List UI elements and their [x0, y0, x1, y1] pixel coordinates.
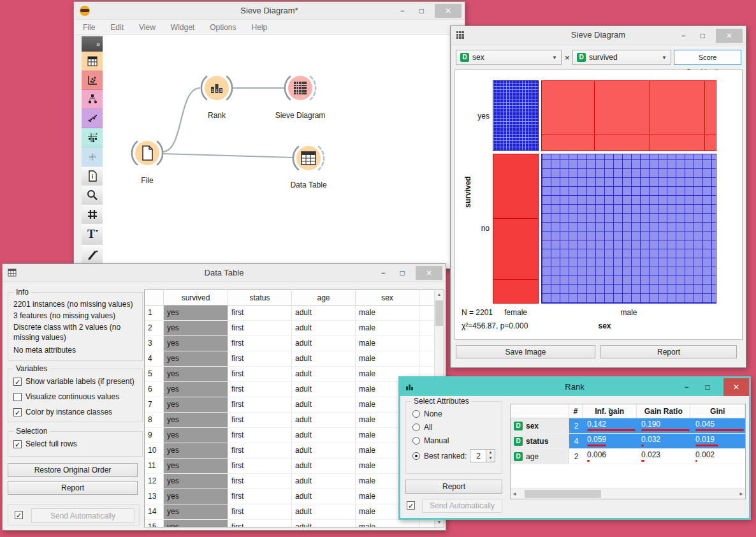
- cell-gini[interactable]: 0.019: [692, 434, 746, 448]
- cell-status[interactable]: first: [228, 489, 292, 504]
- cell-gini[interactable]: 0.045: [692, 418, 746, 433]
- checkbox-icon[interactable]: [13, 393, 22, 401]
- cell-age[interactable]: adult: [292, 443, 356, 458]
- menu-view[interactable]: View: [139, 23, 156, 32]
- radio-icon[interactable]: [412, 423, 420, 431]
- horizontal-scrollbar[interactable]: ◄ ►: [511, 489, 745, 499]
- node-data-table[interactable]: [296, 146, 321, 170]
- col-header-status[interactable]: status: [228, 290, 292, 305]
- maximize-icon[interactable]: □: [394, 267, 411, 279]
- cell-sex[interactable]: male: [356, 520, 419, 527]
- cell-survived[interactable]: yes: [164, 504, 228, 519]
- cell-status[interactable]: first: [228, 351, 292, 366]
- table-row[interactable]: 3 yes first adult male: [145, 336, 444, 351]
- cell-status[interactable]: first: [228, 336, 292, 351]
- table-row[interactable]: 4 yes first adult male: [145, 351, 444, 367]
- cell-survived[interactable]: yes: [164, 397, 228, 412]
- sieve-cell-male-yes[interactable]: [541, 80, 716, 151]
- cell-sex[interactable]: male: [356, 321, 419, 335]
- col-header-count[interactable]: #: [569, 404, 583, 418]
- cell-inf-gain[interactable]: 0.142: [583, 418, 637, 433]
- cell-gain-ratio[interactable]: 0.190: [637, 418, 692, 433]
- cell-survived[interactable]: yes: [164, 413, 228, 427]
- category-data-icon[interactable]: [82, 52, 103, 71]
- col-header-inf-gain[interactable]: ▼ Inf. gain: [583, 404, 637, 418]
- col-header-gini[interactable]: Gini: [690, 404, 745, 418]
- cell-survived[interactable]: yes: [164, 520, 228, 527]
- cell-status[interactable]: first: [228, 397, 292, 412]
- restore-original-order-button[interactable]: Restore Original Order: [8, 463, 138, 477]
- category-evaluate-icon[interactable]: [82, 109, 103, 128]
- cell-survived[interactable]: yes: [164, 474, 228, 489]
- rank-row-status[interactable]: Dstatus 4 0.059 0.032 0.019: [511, 434, 745, 449]
- cell-survived[interactable]: yes: [164, 305, 228, 320]
- table-row[interactable]: 15 yes first adult male: [145, 520, 444, 527]
- scroll-left-icon[interactable]: ◄: [512, 490, 517, 499]
- radio-all[interactable]: All: [412, 423, 432, 432]
- category-model-icon[interactable]: [82, 90, 103, 109]
- tool-grid-icon[interactable]: [82, 205, 103, 224]
- cell-age[interactable]: adult: [292, 520, 356, 527]
- cell-status[interactable]: first: [228, 474, 292, 489]
- cell-survived[interactable]: yes: [164, 351, 228, 366]
- rank-row-sex[interactable]: Dsex 2 0.142 0.190 0.045: [511, 418, 745, 434]
- table-row[interactable]: 1 yes first adult male: [145, 305, 444, 321]
- cell-survived[interactable]: yes: [164, 428, 228, 443]
- col-header-sex[interactable]: sex: [356, 290, 419, 305]
- cell-age[interactable]: adult: [292, 504, 356, 519]
- cell-status[interactable]: first: [228, 459, 292, 473]
- col-header-survived[interactable]: survived: [164, 290, 228, 305]
- cell-age[interactable]: adult: [292, 336, 356, 351]
- cell-age[interactable]: adult: [292, 397, 356, 412]
- cell-survived[interactable]: yes: [164, 336, 228, 351]
- rank-row-age[interactable]: Dage 2 0.006 0.023 0.002: [511, 449, 745, 464]
- spinbox-value[interactable]: 2: [470, 450, 486, 462]
- save-image-button[interactable]: Save Image: [456, 345, 595, 358]
- report-button[interactable]: Report: [8, 481, 138, 495]
- toolbar-expand-icon[interactable]: »: [82, 36, 103, 52]
- radio-icon[interactable]: [412, 452, 420, 460]
- checkbox-select-full-rows[interactable]: ✓ Select full rows: [13, 439, 77, 448]
- checkbox-icon[interactable]: ✓: [13, 440, 22, 448]
- cell-age[interactable]: adult: [292, 428, 356, 443]
- sieve-cell-female-no[interactable]: [493, 154, 539, 304]
- checkbox-color-by-class[interactable]: ✓ Color by instance classes: [13, 408, 112, 416]
- canvas-titlebar[interactable]: Sieve Diagram* − □ ✕: [74, 2, 465, 20]
- cell-status[interactable]: first: [228, 305, 292, 320]
- cell-status[interactable]: first: [228, 367, 292, 381]
- cell-inf-gain[interactable]: 0.006: [583, 449, 637, 464]
- cell-age[interactable]: adult: [292, 367, 356, 381]
- cell-age[interactable]: adult: [292, 305, 356, 320]
- close-icon[interactable]: ✕: [723, 378, 749, 396]
- radio-manual[interactable]: Manual: [412, 436, 449, 445]
- node-file[interactable]: [135, 141, 159, 165]
- cell-age[interactable]: adult: [292, 489, 356, 504]
- menu-edit[interactable]: Edit: [110, 23, 124, 32]
- cell-status[interactable]: first: [228, 443, 292, 458]
- cell-status[interactable]: first: [228, 504, 292, 519]
- close-icon[interactable]: ✕: [716, 29, 743, 43]
- scroll-up-icon[interactable]: ▲: [435, 290, 444, 299]
- report-button[interactable]: Report: [600, 345, 737, 358]
- minimize-icon[interactable]: −: [394, 4, 411, 17]
- close-icon[interactable]: ✕: [416, 266, 442, 280]
- cell-survived[interactable]: yes: [164, 489, 228, 504]
- cell-status[interactable]: first: [228, 413, 292, 427]
- data-table-titlebar[interactable]: Data Table − □ ✕: [3, 264, 446, 282]
- send-automatically-button[interactable]: Send Automatically: [422, 499, 502, 513]
- spinbox-arrows[interactable]: ▲ ▼: [486, 450, 495, 462]
- cell-survived[interactable]: yes: [164, 382, 228, 397]
- cell-survived[interactable]: yes: [164, 321, 228, 335]
- table-row[interactable]: 2 yes first adult male: [145, 321, 444, 336]
- menu-help[interactable]: Help: [252, 23, 268, 32]
- close-icon[interactable]: ✕: [435, 4, 462, 18]
- send-automatically-button[interactable]: Send Automatically: [31, 508, 134, 523]
- checkbox-visualize-continuous[interactable]: Visualize continuous values: [13, 392, 119, 401]
- maximize-icon[interactable]: □: [699, 381, 716, 394]
- scroll-right-icon[interactable]: ►: [739, 490, 744, 499]
- category-scoring-icon[interactable]: ✓✗: [82, 128, 103, 147]
- x-attribute-combo[interactable]: D sex ▼: [456, 50, 562, 65]
- spin-down-icon[interactable]: ▼: [486, 455, 495, 461]
- col-header-age[interactable]: age: [292, 290, 356, 305]
- scrollbar-thumb[interactable]: [435, 300, 443, 326]
